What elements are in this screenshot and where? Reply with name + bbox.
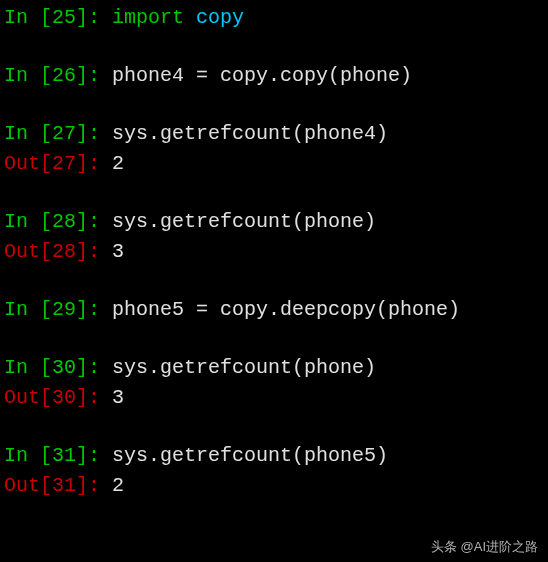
out-prompt: Out[27]: <box>4 152 112 175</box>
in-line-25: In [25]: import copy <box>4 4 544 32</box>
result: 2 <box>112 474 124 497</box>
module-copy: copy <box>196 6 244 29</box>
blank-line <box>4 414 544 442</box>
out-prompt: Out[30]: <box>4 386 112 409</box>
space <box>184 6 196 29</box>
in-line-30: In [30]: sys.getrefcount(phone) <box>4 354 544 382</box>
blank-line <box>4 92 544 120</box>
in-line-29: In [29]: phone5 = copy.deepcopy(phone) <box>4 296 544 324</box>
in-prompt: In [31]: <box>4 444 112 467</box>
in-prompt: In [29]: <box>4 298 112 321</box>
out-line-31: Out[31]: 2 <box>4 472 544 500</box>
in-prompt: In [28]: <box>4 210 112 233</box>
keyword-import: import <box>112 6 184 29</box>
blank-line <box>4 268 544 296</box>
blank-line <box>4 326 544 354</box>
in-prompt: In [26]: <box>4 64 112 87</box>
code: phone4 = copy.copy(phone) <box>112 64 412 87</box>
watermark: 头条 @AI进阶之路 <box>431 538 538 556</box>
in-line-26: In [26]: phone4 = copy.copy(phone) <box>4 62 544 90</box>
out-prompt: Out[31]: <box>4 474 112 497</box>
in-prompt: In [27]: <box>4 122 112 145</box>
code: sys.getrefcount(phone4) <box>112 122 388 145</box>
result: 2 <box>112 152 124 175</box>
code: sys.getrefcount(phone) <box>112 356 376 379</box>
blank-line <box>4 34 544 62</box>
code: phone5 = copy.deepcopy(phone) <box>112 298 460 321</box>
out-line-30: Out[30]: 3 <box>4 384 544 412</box>
in-prompt: In [30]: <box>4 356 112 379</box>
blank-line <box>4 180 544 208</box>
code: sys.getrefcount(phone) <box>112 210 376 233</box>
in-line-28: In [28]: sys.getrefcount(phone) <box>4 208 544 236</box>
result: 3 <box>112 240 124 263</box>
in-prompt: In [25]: <box>4 6 112 29</box>
in-line-31: In [31]: sys.getrefcount(phone5) <box>4 442 544 470</box>
result: 3 <box>112 386 124 409</box>
out-line-27: Out[27]: 2 <box>4 150 544 178</box>
out-prompt: Out[28]: <box>4 240 112 263</box>
code: sys.getrefcount(phone5) <box>112 444 388 467</box>
out-line-28: Out[28]: 3 <box>4 238 544 266</box>
in-line-27: In [27]: sys.getrefcount(phone4) <box>4 120 544 148</box>
